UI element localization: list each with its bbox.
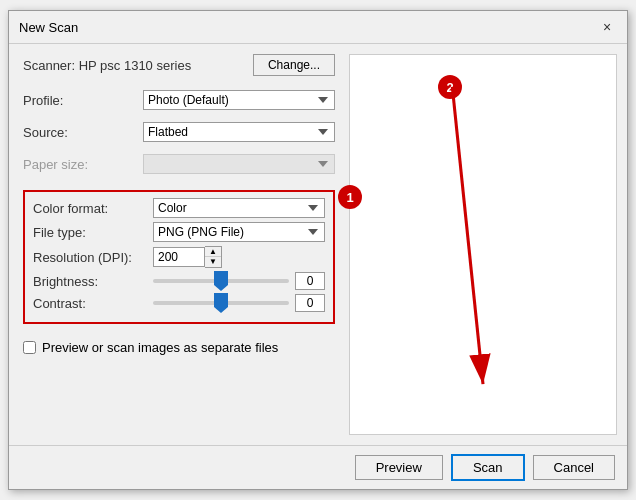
preview-panel: 1 2 bbox=[349, 54, 617, 435]
profile-row: Profile: Photo (Default) Documents Custo… bbox=[23, 90, 335, 110]
resolution-label: Resolution (DPI): bbox=[33, 250, 153, 265]
source-label: Source: bbox=[23, 125, 143, 140]
dialog-title: New Scan bbox=[19, 20, 78, 35]
dialog-body: Scanner: HP psc 1310 series Change... Pr… bbox=[9, 44, 627, 445]
contrast-slider-track bbox=[153, 301, 289, 305]
new-scan-dialog: New Scan × Scanner: HP psc 1310 series C… bbox=[8, 10, 628, 490]
resolution-row: Resolution (DPI): ▲ ▼ bbox=[33, 246, 325, 268]
scanner-label: Scanner: HP psc 1310 series bbox=[23, 58, 191, 73]
brightness-slider-thumb[interactable] bbox=[214, 271, 228, 291]
annotation-arrow bbox=[350, 55, 616, 434]
profile-label: Profile: bbox=[23, 93, 143, 108]
profile-select[interactable]: Photo (Default) Documents Custom bbox=[143, 90, 335, 110]
color-format-control: Color Grayscale Black and White bbox=[153, 198, 325, 218]
resolution-spinner: ▲ ▼ bbox=[153, 246, 325, 268]
separate-files-checkbox[interactable] bbox=[23, 341, 36, 354]
source-select[interactable]: Flatbed Feeder bbox=[143, 122, 335, 142]
color-format-select[interactable]: Color Grayscale Black and White bbox=[153, 198, 325, 218]
file-type-row: File type: PNG (PNG File) BMP (Bitmap) J… bbox=[33, 222, 325, 242]
resolution-down-button[interactable]: ▼ bbox=[205, 257, 221, 267]
change-button[interactable]: Change... bbox=[253, 54, 335, 76]
profile-control: Photo (Default) Documents Custom bbox=[143, 90, 335, 110]
color-format-row: Color format: Color Grayscale Black and … bbox=[33, 198, 325, 218]
resolution-control: ▲ ▼ bbox=[153, 246, 325, 268]
spinner-buttons: ▲ ▼ bbox=[205, 246, 222, 268]
scanner-row: Scanner: HP psc 1310 series Change... bbox=[23, 54, 335, 76]
contrast-value-input[interactable] bbox=[295, 294, 325, 312]
source-control: Flatbed Feeder bbox=[143, 122, 335, 142]
annotation-circle-2: 2 bbox=[438, 75, 462, 99]
contrast-row: Contrast: bbox=[33, 294, 325, 312]
paper-size-label: Paper size: bbox=[23, 157, 143, 172]
svg-line-1 bbox=[452, 87, 483, 384]
preview-button[interactable]: Preview bbox=[355, 455, 443, 480]
brightness-value-input[interactable] bbox=[295, 272, 325, 290]
brightness-row: Brightness: bbox=[33, 272, 325, 290]
paper-size-select[interactable] bbox=[143, 154, 335, 174]
color-format-label: Color format: bbox=[33, 201, 153, 216]
file-type-select[interactable]: PNG (PNG File) BMP (Bitmap) JPG (JPEG) T… bbox=[153, 222, 325, 242]
cancel-button[interactable]: Cancel bbox=[533, 455, 615, 480]
resolution-up-button[interactable]: ▲ bbox=[205, 247, 221, 257]
contrast-label: Contrast: bbox=[33, 296, 153, 311]
annotation-circle-1: 1 bbox=[338, 185, 362, 209]
file-type-control: PNG (PNG File) BMP (Bitmap) JPG (JPEG) T… bbox=[153, 222, 325, 242]
highlighted-section: Color format: Color Grayscale Black and … bbox=[23, 190, 335, 324]
file-type-label: File type: bbox=[33, 225, 153, 240]
close-button[interactable]: × bbox=[597, 17, 617, 37]
checkbox-row: Preview or scan images as separate files bbox=[23, 340, 335, 355]
title-bar: New Scan × bbox=[9, 11, 627, 44]
resolution-input[interactable] bbox=[153, 247, 205, 267]
brightness-control bbox=[153, 272, 325, 290]
dialog-footer: Preview Scan Cancel bbox=[9, 445, 627, 489]
left-panel: Scanner: HP psc 1310 series Change... Pr… bbox=[9, 44, 349, 445]
brightness-label: Brightness: bbox=[33, 274, 153, 289]
contrast-slider-thumb[interactable] bbox=[214, 293, 228, 313]
brightness-slider-track bbox=[153, 279, 289, 283]
source-row: Source: Flatbed Feeder bbox=[23, 122, 335, 142]
contrast-control bbox=[153, 294, 325, 312]
scan-button[interactable]: Scan bbox=[451, 454, 525, 481]
paper-size-control bbox=[143, 154, 335, 174]
separate-files-label: Preview or scan images as separate files bbox=[42, 340, 278, 355]
paper-size-row: Paper size: bbox=[23, 154, 335, 174]
